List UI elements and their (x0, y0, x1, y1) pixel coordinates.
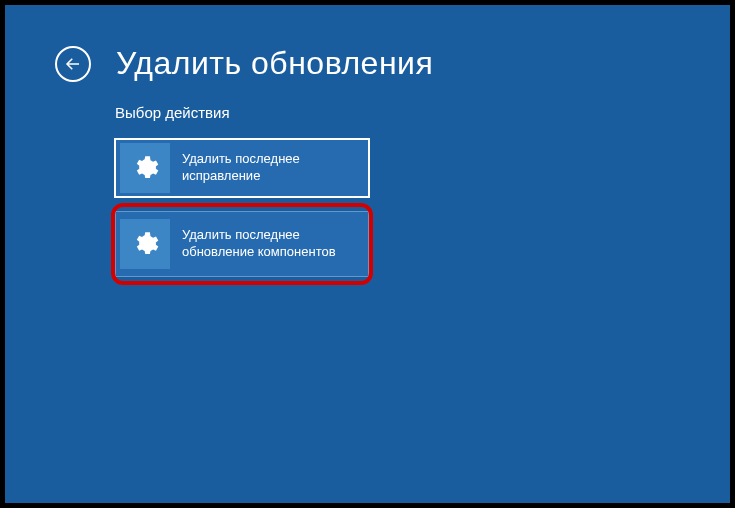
back-button[interactable] (55, 46, 91, 82)
arrow-left-icon (64, 55, 82, 73)
options-list: Удалить последнее исправление Удалить по… (115, 139, 680, 281)
header: Удалить обновления (55, 45, 680, 82)
tile-icon-box (120, 143, 170, 193)
tile-label: Удалить последнее исправление (170, 151, 364, 185)
uninstall-feature-update-tile[interactable]: Удалить последнее обновление компонентов (115, 211, 369, 277)
recovery-screen: Удалить обновления Выбор действия Удалит… (5, 5, 730, 503)
tile-label: Удалить последнее обновление компонентов (170, 227, 364, 261)
option-tile-wrap: Удалить последнее обновление компонентов (115, 207, 369, 281)
subtitle: Выбор действия (115, 104, 680, 121)
page-title: Удалить обновления (116, 45, 433, 82)
tile-icon-box (120, 219, 170, 269)
uninstall-quality-update-tile[interactable]: Удалить последнее исправление (115, 139, 369, 197)
gear-icon (131, 154, 159, 182)
gear-icon (131, 230, 159, 258)
option-tile-wrap: Удалить последнее исправление (115, 139, 369, 197)
content: Выбор действия Удалить последнее исправл… (115, 104, 680, 281)
